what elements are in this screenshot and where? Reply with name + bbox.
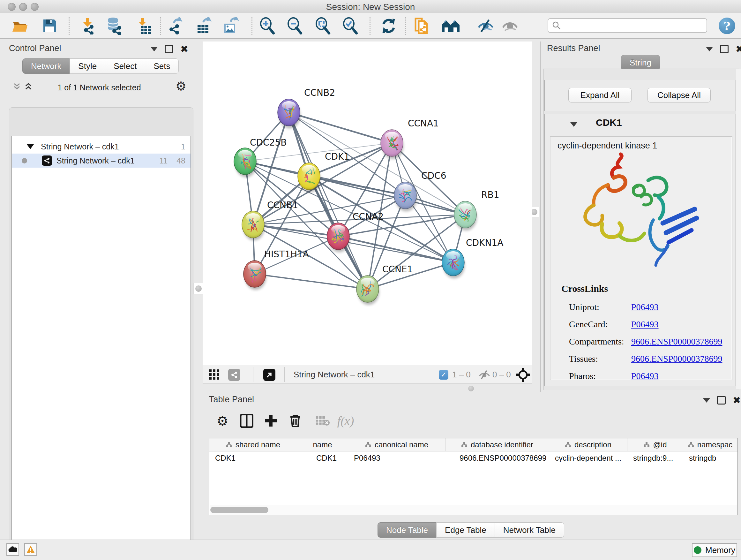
- tab-style[interactable]: Style: [70, 58, 105, 74]
- network-node-rb1[interactable]: RB1: [454, 190, 499, 231]
- import-database-icon: [105, 17, 123, 35]
- crosslink-value-link[interactable]: P06493: [631, 319, 659, 329]
- main-toolbar: ?: [0, 13, 741, 39]
- panel-menu-caret-icon[interactable]: [703, 398, 710, 402]
- network-canvas[interactable]: CCNB2CCNA1CDC25BCDK1CDC6RB1CCNB1CCNA2CDK…: [203, 42, 532, 366]
- scrollbar-thumb[interactable]: [210, 507, 268, 513]
- crosslink-value-link[interactable]: P06493: [631, 302, 659, 312]
- node-label-ccnb1: CCNB1: [267, 200, 298, 210]
- export-image-button[interactable]: [221, 16, 240, 36]
- table-row[interactable]: CDK1 CDK1 P06493 9606.ENSP00000378699 cy…: [209, 451, 738, 465]
- table-panel: Table Panel ✖ ⚙ f(x) shared name name ca…: [203, 392, 741, 538]
- import-table-file-button[interactable]: [135, 16, 154, 36]
- zoom-fit-button[interactable]: [313, 16, 333, 36]
- function-builder-button-disabled: f(x): [337, 412, 354, 430]
- tab-node-table[interactable]: Node Table: [378, 522, 436, 538]
- tab-network-table[interactable]: Network Table: [495, 522, 564, 538]
- toolbar-search-field[interactable]: [548, 18, 707, 33]
- network-options-gear-icon[interactable]: ⚙: [176, 79, 186, 93]
- duplicate-network-button[interactable]: [412, 16, 431, 36]
- export-network-button[interactable]: [165, 16, 185, 36]
- open-session-button[interactable]: [10, 16, 29, 36]
- apply-layout-button[interactable]: [379, 16, 398, 36]
- network-node-cdkn1a[interactable]: CDKN1A: [442, 238, 503, 278]
- zoom-selected-button[interactable]: [341, 16, 360, 36]
- panel-menu-caret-icon[interactable]: [151, 47, 158, 51]
- crosslink-value-link[interactable]: 9606.ENSP00000378699: [631, 354, 722, 364]
- tab-select[interactable]: Select: [105, 58, 145, 74]
- toolbar-separator: [284, 367, 285, 382]
- network-node-ccne1[interactable]: CCNE1: [356, 264, 413, 305]
- node-table[interactable]: shared name name canonical name database…: [209, 438, 738, 515]
- show-columns-button[interactable]: [238, 412, 256, 430]
- network-node-hist1h1a[interactable]: HIST1H1A: [244, 249, 309, 290]
- column-type-icon: [226, 442, 232, 448]
- first-neighbors-button[interactable]: [441, 16, 460, 36]
- panel-menu-caret-icon[interactable]: [706, 47, 713, 51]
- control-panel: Control Panel ✖ Network Style Select Set…: [3, 42, 195, 538]
- zoom-fit-icon: [314, 17, 332, 35]
- zoom-selected-icon: [342, 17, 359, 35]
- zoom-in-button[interactable]: [258, 16, 277, 36]
- panel-float-icon[interactable]: [165, 45, 173, 53]
- delete-column-button[interactable]: [286, 412, 304, 430]
- hidden-eye-icon[interactable]: [478, 370, 491, 381]
- tab-string[interactable]: String: [621, 55, 660, 70]
- bottom-divider-handle[interactable]: [468, 386, 474, 391]
- column-header[interactable]: shared name: [209, 438, 297, 451]
- column-header[interactable]: namespac: [683, 438, 737, 451]
- crosslink-label: Tissues:: [569, 350, 629, 368]
- fit-crosshair-button[interactable]: [516, 368, 530, 383]
- memory-status-button[interactable]: Memory: [692, 543, 737, 557]
- open-in-window-button[interactable]: [263, 369, 275, 381]
- tab-network[interactable]: Network: [22, 58, 70, 74]
- duplicate-network-icon: [413, 17, 431, 35]
- protein-collapse-caret-icon[interactable]: [570, 122, 577, 127]
- table-horizontal-scrollbar[interactable]: [210, 505, 737, 515]
- network-collection-row[interactable]: String Network – cdk1 1: [12, 139, 191, 153]
- help-button[interactable]: ?: [719, 17, 735, 34]
- column-type-icon: [365, 442, 372, 448]
- collapse-all-button[interactable]: Collapse All: [648, 88, 711, 103]
- column-header[interactable]: database identifier: [446, 438, 549, 451]
- import-network-file-button[interactable]: [78, 16, 97, 36]
- expand-all-button[interactable]: Expand All: [568, 88, 631, 103]
- network-node-cdc6[interactable]: CDC6: [394, 171, 446, 211]
- import-network-database-button[interactable]: [105, 16, 124, 36]
- crosslink-value-link[interactable]: P06493: [631, 371, 659, 381]
- results-scrollbar[interactable]: [736, 69, 741, 389]
- table-panel-tabs: Node Table Edge Table Network Table: [378, 522, 564, 538]
- save-session-button[interactable]: [40, 16, 59, 36]
- network-row-selected[interactable]: String Network – cdk1 11 48: [12, 153, 191, 168]
- column-header[interactable]: name: [297, 438, 348, 451]
- column-header[interactable]: canonical name: [348, 438, 446, 451]
- hide-selected-button[interactable]: [476, 16, 495, 36]
- export-table-button[interactable]: [194, 16, 213, 36]
- tree-expand-icon[interactable]: [27, 144, 34, 149]
- zoom-out-button[interactable]: [285, 16, 305, 36]
- column-header[interactable]: @id: [627, 438, 683, 451]
- selected-counts: 1 – 0: [452, 370, 471, 380]
- column-header[interactable]: description: [549, 438, 627, 451]
- network-node-ccna1[interactable]: CCNA1: [381, 118, 439, 159]
- network-birdseye-button[interactable]: [228, 369, 240, 381]
- create-column-button[interactable]: [262, 412, 280, 430]
- tab-edge-table[interactable]: Edge Table: [436, 522, 495, 538]
- panel-float-icon[interactable]: [717, 396, 726, 405]
- panel-float-icon[interactable]: [720, 45, 729, 53]
- search-input[interactable]: [561, 21, 706, 30]
- cloud-status-button[interactable]: [6, 543, 19, 556]
- warnings-button[interactable]: [24, 543, 37, 556]
- string-network-graph[interactable]: CCNB2CCNA1CDC25BCDK1CDC6RB1CCNB1CCNA2CDK…: [203, 42, 532, 366]
- selected-nodes-checkbox[interactable]: ✓: [439, 370, 448, 380]
- grid-view-button[interactable]: [208, 369, 220, 381]
- panel-close-icon[interactable]: ✖: [736, 46, 741, 53]
- show-all-button[interactable]: [500, 16, 520, 36]
- crosslink-value-link[interactable]: 9606.ENSP00000378699: [631, 336, 722, 347]
- toolbar-separator: [69, 17, 70, 35]
- left-divider-handle[interactable]: [193, 283, 204, 294]
- panel-close-icon[interactable]: ✖: [180, 46, 188, 53]
- panel-close-icon[interactable]: ✖: [733, 397, 741, 404]
- table-options-gear-icon[interactable]: ⚙: [213, 412, 231, 430]
- tab-sets[interactable]: Sets: [145, 58, 179, 74]
